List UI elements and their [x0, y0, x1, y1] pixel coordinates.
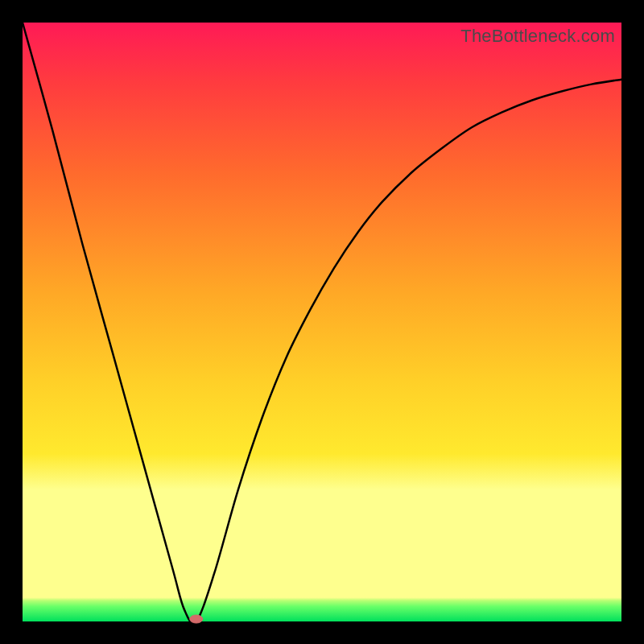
chart-root: TheBottleneck.com — [0, 0, 644, 644]
bottleneck-curve — [23, 23, 621, 621]
minimum-marker — [190, 615, 203, 623]
plot-area: TheBottleneck.com — [23, 23, 621, 621]
